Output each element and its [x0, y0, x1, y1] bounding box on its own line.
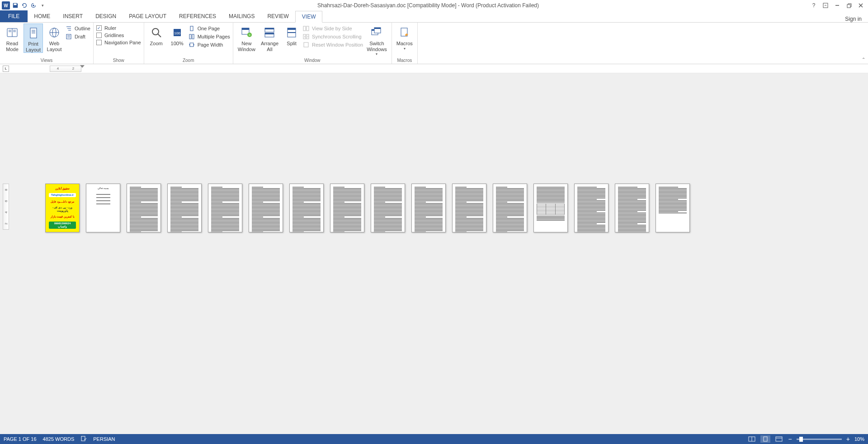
horizontal-ruler[interactable]: 4 2 [50, 66, 81, 72]
zoom-level[interactable]: 10% [854, 436, 864, 442]
zoom-slider-knob[interactable] [799, 437, 803, 442]
draft-button[interactable]: Draft [66, 33, 90, 40]
print-layout-view-icon[interactable] [760, 435, 770, 443]
group-macros-label: Macros [395, 57, 415, 64]
page-thumbnail[interactable] [533, 184, 568, 232]
gridlines-checkbox[interactable]: Gridlines [96, 33, 141, 38]
arrange-all-label: Arrange All [261, 41, 278, 52]
print-layout-button[interactable]: Print Layout [24, 24, 43, 53]
tab-file[interactable]: FILE [0, 10, 28, 22]
page-width-button[interactable]: Page Width [189, 42, 230, 48]
tab-design[interactable]: DESIGN [89, 10, 123, 22]
svg-rect-45 [307, 26, 309, 31]
page-thumbnail[interactable] [371, 184, 405, 232]
zoom-100-button[interactable]: 100 100% [168, 24, 187, 47]
language-indicator[interactable]: PERSIAN [93, 436, 115, 442]
new-window-button[interactable]: + New Window [236, 24, 257, 52]
cover-line: مرجع دانلــــود فایل [49, 200, 75, 203]
group-window-label: Window [236, 57, 389, 64]
page-thumbnail[interactable] [208, 184, 242, 232]
close-icon[interactable] [857, 2, 864, 9]
page-thumbnail[interactable] [615, 184, 649, 232]
zoom-out-button[interactable]: − [788, 436, 793, 442]
svg-rect-1 [823, 3, 828, 8]
ruler-mark: 2 [4, 222, 8, 224]
page-thumbnail[interactable] [289, 184, 324, 232]
ribbon-display-options-icon[interactable] [822, 2, 829, 9]
split-button[interactable]: Split [282, 24, 301, 47]
navigation-pane-checkbox[interactable]: Navigation Pane [96, 40, 141, 45]
outline-label: Outline [75, 26, 90, 31]
print-layout-icon [26, 26, 41, 40]
page-thumbnail[interactable] [574, 184, 609, 232]
arrange-all-button[interactable]: Arrange All [259, 24, 280, 52]
reset-window-position-button: Reset Window Position [303, 42, 363, 48]
pages-container: تحقیق آنلاینTahghighonline.irمرجع دانلــ… [45, 184, 690, 232]
svg-rect-40 [265, 33, 274, 34]
sign-in-link[interactable]: Sign in [845, 16, 868, 22]
group-window: + New Window Arrange All Split View Side… [233, 23, 392, 64]
word-count[interactable]: 4825 WORDS [43, 436, 75, 442]
tab-page-layout[interactable]: PAGE LAYOUT [123, 10, 173, 22]
page-thumbnail[interactable] [452, 184, 486, 232]
macros-button[interactable]: Macros ▾ [395, 24, 415, 51]
one-page-label: One Page [198, 26, 220, 31]
page-thumbnail-cover[interactable]: تحقیق آنلاینTahghighonline.irمرجع دانلــ… [45, 184, 80, 232]
page-thumbnail[interactable] [656, 184, 690, 232]
tab-selector[interactable]: L [3, 66, 9, 72]
zoom-button[interactable]: Zoom [147, 24, 166, 47]
tab-references[interactable]: REFERENCES [173, 10, 222, 22]
page-thumbnail[interactable] [167, 184, 202, 232]
ruler-label: Ruler [104, 25, 116, 31]
ruler-mark: 2 [72, 66, 74, 71]
multiple-pages-label: Multiple Pages [198, 34, 230, 39]
read-mode-view-icon[interactable] [747, 435, 757, 443]
undo-icon[interactable] [21, 2, 28, 9]
minimize-icon[interactable] [834, 2, 841, 9]
page-thumbnail[interactable] [411, 184, 446, 232]
document-area[interactable]: 2 4 6 8 تحقیق آنلاینTahghighonline.irمرج… [0, 73, 868, 434]
proofing-icon[interactable] [80, 435, 87, 443]
vertical-ruler[interactable]: 2 4 6 8 [3, 184, 9, 230]
tab-review[interactable]: REVIEW [261, 10, 295, 22]
chevron-down-icon: ▾ [376, 52, 377, 56]
redo-icon[interactable] [30, 2, 37, 9]
cover-line: 09981366624 واتساپ [49, 222, 75, 229]
switch-windows-button[interactable]: Switch Windows ▾ [365, 24, 389, 56]
customize-qat-icon[interactable]: ▾ [39, 2, 46, 9]
sync-scroll-icon [303, 33, 309, 40]
cover-line: تحقیق آنلاین [49, 187, 75, 190]
page-count[interactable]: PAGE 1 OF 16 [4, 436, 37, 442]
tab-insert[interactable]: INSERT [57, 10, 89, 22]
ruler-checkbox[interactable]: ✓Ruler [96, 25, 141, 31]
read-mode-button[interactable]: Read Mode [3, 24, 22, 52]
web-layout-button[interactable]: Web Layout [45, 24, 64, 52]
cover-line: ورد - پی دی اف - پاورپوینت [49, 206, 75, 213]
svg-rect-42 [288, 28, 296, 30]
tab-home[interactable]: HOME [28, 10, 57, 22]
one-page-button[interactable]: One Page [189, 25, 230, 32]
title-bar: W ▾ Shahrsazi-Dar-Doreh-Sasasiyan.doc [C… [0, 0, 868, 11]
reset-pos-icon [303, 42, 309, 48]
page-thumbnail[interactable] [249, 184, 283, 232]
group-views-label: Views [3, 57, 90, 64]
outline-button[interactable]: Outline [66, 25, 90, 32]
tab-view[interactable]: VIEW [295, 11, 323, 23]
svg-rect-38 [265, 28, 274, 29]
help-icon[interactable]: ? [810, 2, 817, 9]
page-thumbnail[interactable] [330, 184, 364, 232]
zoom-in-button[interactable]: + [845, 436, 851, 442]
tab-mailings[interactable]: MAILINGS [222, 10, 261, 22]
restore-icon[interactable] [845, 2, 853, 9]
page-thumbnail[interactable] [493, 184, 527, 232]
page-thumbnail[interactable] [127, 184, 161, 232]
save-icon[interactable] [12, 2, 19, 9]
page2-title: بسمه تعالی [89, 187, 117, 189]
zoom-slider[interactable] [797, 439, 842, 440]
web-layout-view-icon[interactable] [774, 435, 784, 443]
multiple-pages-button[interactable]: Multiple Pages [189, 33, 230, 40]
page-thumbnail[interactable]: بسمه تعالی [86, 184, 120, 232]
collapse-ribbon-icon[interactable]: ⌃ [862, 57, 865, 62]
zoom-label: Zoom [150, 41, 163, 47]
reset-pos-label: Reset Window Position [312, 42, 363, 47]
